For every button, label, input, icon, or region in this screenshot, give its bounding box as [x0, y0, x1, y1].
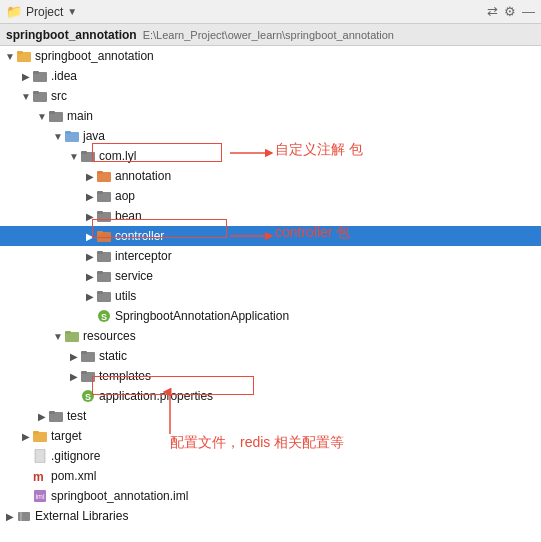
tree-arrow-resources: ▼ — [52, 331, 64, 342]
item-icon-test — [48, 408, 64, 424]
tree-item-service[interactable]: ▶ service — [0, 266, 541, 286]
item-label-src: src — [51, 89, 67, 103]
item-label-SpringbootAnnotationApplication: SpringbootAnnotationApplication — [115, 309, 289, 323]
svg-rect-13 — [97, 171, 103, 174]
item-label-target: target — [51, 429, 82, 443]
item-icon-com.lyl — [80, 148, 96, 164]
svg-rect-23 — [97, 271, 103, 274]
item-label-bean: bean — [115, 209, 142, 223]
tree-item-External-Libraries[interactable]: ▶ External Libraries — [0, 506, 541, 526]
item-label-controller: controller — [115, 229, 164, 243]
tree-item-springboot-annotation[interactable]: ▼ springboot_annotation — [0, 46, 541, 66]
svg-rect-15 — [97, 191, 103, 194]
tree-item-resources[interactable]: ▼ resources — [0, 326, 541, 346]
tree-item-application-properties[interactable]: S application.properties — [0, 386, 541, 406]
tree-item-bean[interactable]: ▶ bean — [0, 206, 541, 226]
item-label-External Libraries: External Libraries — [35, 509, 128, 523]
item-icon-aop — [96, 188, 112, 204]
svg-rect-17 — [97, 211, 103, 214]
gear-icon[interactable]: ⚙ — [504, 4, 516, 19]
tree-item-SpringbootAnnotationApplication[interactable]: S SpringbootAnnotationApplication — [0, 306, 541, 326]
tree-arrow-static: ▶ — [68, 351, 80, 362]
title-bar-icon-folder: 📁 — [6, 4, 22, 19]
tree-area: ▼ springboot_annotation▶ .idea▼ src▼ mai… — [0, 46, 541, 542]
tree-item-springboot-annotation-iml[interactable]: iml springboot_annotation.iml — [0, 486, 541, 506]
tree-item-aop[interactable]: ▶ aop — [0, 186, 541, 206]
svg-rect-5 — [33, 91, 39, 94]
panel: springboot_annotation E:\Learn_Project\o… — [0, 24, 541, 542]
minimize-icon[interactable]: — — [522, 4, 535, 19]
item-icon-SpringbootAnnotationApplication: S — [96, 308, 112, 324]
tree-arrow-bean: ▶ — [84, 211, 96, 222]
svg-rect-37 — [49, 411, 55, 414]
tree-arrow-interceptor: ▶ — [84, 251, 96, 262]
item-label-springboot_annotation.iml: springboot_annotation.iml — [51, 489, 188, 503]
tree-arrow-src: ▼ — [20, 91, 32, 102]
svg-text:iml: iml — [36, 493, 45, 500]
project-path: E:\Learn_Project\ower_learn\springboot_a… — [143, 29, 394, 41]
tree-arrow-idea: ▶ — [20, 71, 32, 82]
item-icon-resources — [64, 328, 80, 344]
svg-rect-25 — [97, 291, 103, 294]
item-icon-springboot_annotation.iml: iml — [32, 488, 48, 504]
svg-rect-40 — [35, 449, 45, 463]
tree-arrow-utils: ▶ — [84, 291, 96, 302]
tree-item-pom-xml[interactable]: m pom.xml — [0, 466, 541, 486]
swap-icon[interactable]: ⇄ — [487, 4, 498, 19]
item-label-interceptor: interceptor — [115, 249, 172, 263]
tree-item-com-lyl[interactable]: ▼ com.lyl — [0, 146, 541, 166]
svg-rect-7 — [49, 111, 55, 114]
item-icon-main — [48, 108, 64, 124]
tree-arrow-templates: ▶ — [68, 371, 80, 382]
tree-arrow-springboot_annotation: ▼ — [4, 51, 16, 62]
svg-rect-11 — [81, 151, 87, 154]
tree-item-interceptor[interactable]: ▶ interceptor — [0, 246, 541, 266]
svg-rect-21 — [97, 251, 103, 254]
item-label-resources: resources — [83, 329, 136, 343]
tree-arrow-com.lyl: ▼ — [68, 151, 80, 162]
item-icon-src — [32, 88, 48, 104]
tree-item-controller[interactable]: ▶ controller — [0, 226, 541, 246]
item-icon-target — [32, 428, 48, 444]
item-label-springboot_annotation: springboot_annotation — [35, 49, 154, 63]
svg-rect-33 — [81, 371, 87, 374]
tree-item-templates[interactable]: ▶ templates — [0, 366, 541, 386]
tree-item-java[interactable]: ▼ java — [0, 126, 541, 146]
item-icon-utils — [96, 288, 112, 304]
tree-item-main[interactable]: ▼ main — [0, 106, 541, 126]
item-icon-pom.xml: m — [32, 468, 48, 484]
tree-arrow-aop: ▶ — [84, 191, 96, 202]
item-icon-bean — [96, 208, 112, 224]
tree-item-static[interactable]: ▶ static — [0, 346, 541, 366]
tree-arrow-controller: ▶ — [84, 231, 96, 242]
tree-item-test[interactable]: ▶ test — [0, 406, 541, 426]
item-icon-templates — [80, 368, 96, 384]
project-name: springboot_annotation — [6, 28, 137, 42]
tree-item-target[interactable]: ▶ target — [0, 426, 541, 446]
dropdown-icon[interactable]: ▼ — [67, 6, 77, 17]
item-label-pom.xml: pom.xml — [51, 469, 96, 483]
item-label-utils: utils — [115, 289, 136, 303]
tree-arrow-target: ▶ — [20, 431, 32, 442]
item-icon-static — [80, 348, 96, 364]
svg-rect-39 — [33, 431, 39, 434]
item-icon-idea — [32, 68, 48, 84]
title-bar-icons: ⇄ ⚙ — — [487, 4, 535, 19]
title-bar: 📁 Project ▼ ⇄ ⚙ — — [0, 0, 541, 24]
tree-item--gitignore[interactable]: .gitignore — [0, 446, 541, 466]
item-label-templates: templates — [99, 369, 151, 383]
item-label-java: java — [83, 129, 105, 143]
tree-arrow-java: ▼ — [52, 131, 64, 142]
svg-rect-3 — [33, 71, 39, 74]
project-header: springboot_annotation E:\Learn_Project\o… — [0, 24, 541, 46]
svg-text:m: m — [33, 470, 44, 483]
tree-item-src[interactable]: ▼ src — [0, 86, 541, 106]
tree-item-utils[interactable]: ▶ utils — [0, 286, 541, 306]
item-label-test: test — [67, 409, 86, 423]
item-label-main: main — [67, 109, 93, 123]
tree-item-idea[interactable]: ▶ .idea — [0, 66, 541, 86]
tree-item-annotation[interactable]: ▶ annotation — [0, 166, 541, 186]
tree-arrow-External Libraries: ▶ — [4, 511, 16, 522]
item-icon-controller — [96, 228, 112, 244]
item-icon-annotation — [96, 168, 112, 184]
